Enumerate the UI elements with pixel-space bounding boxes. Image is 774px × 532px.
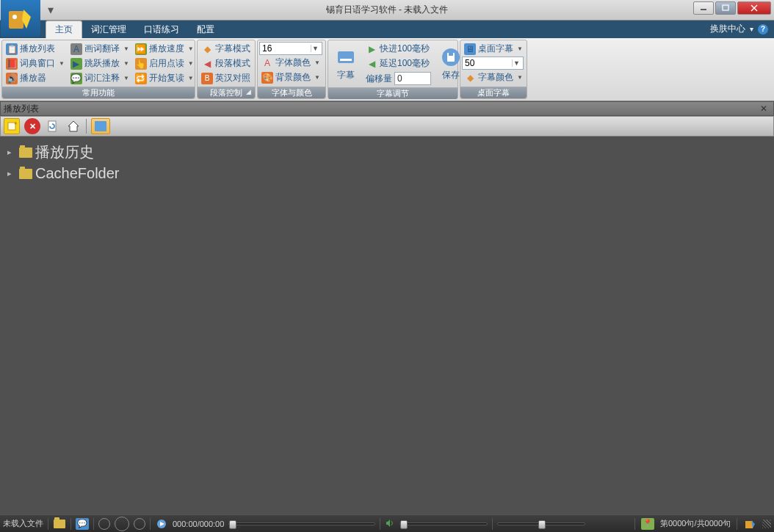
panel-title: 播放列表 (4, 103, 39, 115)
btn-jump-play[interactable]: ▶跳跃播放▼ (68, 57, 131, 70)
label: 保存 (442, 69, 460, 81)
label: 开始复读 (149, 72, 184, 84)
btn-dictionary[interactable]: 📕词典窗口▼ (4, 57, 67, 70)
group-label-desktop-sub: 桌面字幕 (460, 87, 527, 98)
panel-close-icon[interactable]: ✕ (760, 103, 770, 114)
tab-home[interactable]: 主页 (46, 21, 82, 38)
ribbon-group-subtitle-adjust: 字幕 ▶快进100毫秒 ◀延迟100毫秒 偏移量 保存 字幕调节 (328, 40, 458, 99)
svg-rect-10 (449, 53, 453, 56)
btn-delay-100ms[interactable]: ◀延迟100毫秒 (364, 57, 433, 70)
btn-player-label: 播放器 (20, 72, 46, 84)
help-icon[interactable]: ? (758, 24, 768, 34)
group-label-subtitle-adjust: 字幕调节 (328, 87, 457, 99)
progress-slider[interactable] (228, 522, 375, 525)
menu-right: 换肤中心 ▾ ? (710, 23, 768, 35)
tab-speaking[interactable]: 口语练习 (135, 21, 188, 38)
group-launcher-icon[interactable]: ◢ (244, 88, 253, 97)
toolbar-separator (86, 119, 87, 134)
speed-slider[interactable] (497, 522, 585, 525)
chevron-down-icon: ▼ (188, 75, 194, 81)
play-icon[interactable] (115, 517, 129, 531)
media-status-icon[interactable] (155, 518, 168, 530)
maximize-button[interactable] (715, 1, 736, 15)
refresh-button[interactable] (45, 118, 61, 134)
label: 字幕 (337, 69, 355, 81)
expand-icon[interactable]: ▸ (7, 147, 16, 157)
btn-vocab-note[interactable]: 💬词汇注释▼ (68, 71, 131, 85)
label: 字幕颜色 (478, 71, 513, 84)
chevron-down-icon: ▼ (123, 75, 129, 81)
tree-label: CacheFolder (35, 165, 120, 182)
marker-status-icon[interactable]: 📍 (641, 518, 654, 530)
minimize-button[interactable] (693, 1, 714, 15)
font-size-value: 16 (262, 43, 308, 54)
label: 跳跃播放 (84, 57, 120, 70)
new-item-button[interactable]: ✦ (4, 118, 20, 134)
folder-icon (19, 147, 32, 158)
btn-start-repeat[interactable]: 🔁开始复读▼ (133, 71, 196, 85)
chevron-down-icon: ▼ (188, 60, 194, 67)
chevron-down-icon: ▼ (59, 60, 65, 67)
ribbon-group-paragraph: ◆字幕模式 ◀段落模式 B英汉对照 段落控制◢ (197, 40, 256, 99)
chevron-down-icon: ▼ (517, 45, 523, 52)
btn-bilingual[interactable]: B英汉对照 (199, 71, 253, 85)
desktop-size-value: 50 (465, 58, 509, 68)
btn-subtitle-mode[interactable]: ◆字幕模式 (199, 42, 253, 56)
offset-input[interactable] (394, 72, 431, 85)
volume-icon[interactable] (385, 518, 395, 530)
separator (380, 518, 380, 530)
label: 背景颜色 (275, 71, 311, 84)
btn-font-color[interactable]: A字体颜色▼ (259, 56, 324, 70)
expand-icon[interactable]: ▸ (7, 169, 16, 178)
tree-item-cache[interactable]: ▸ CacheFolder (7, 164, 767, 183)
btn-player[interactable]: 🔊播放器 (4, 71, 67, 85)
btn-paragraph-mode[interactable]: ◀段落模式 (199, 57, 253, 70)
btn-enable-click-read[interactable]: 👆启用点读▼ (133, 57, 196, 70)
chevron-down-icon: ▼ (517, 74, 523, 81)
panel-toolbar: ✦ ✕ (0, 116, 774, 136)
btn-bg-color[interactable]: 🎨背景颜色▼ (259, 70, 324, 84)
btn-subtitle-color[interactable]: ◆字幕颜色▼ (462, 70, 525, 84)
font-size-combo[interactable]: 16▼ (259, 42, 322, 55)
btn-play-speed[interactable]: ⏩播放速度▼ (133, 42, 196, 56)
close-button[interactable] (737, 1, 771, 15)
skin-center-link[interactable]: 换肤中心 (710, 23, 745, 35)
tree-area: ▸ 播放历史 ▸ CacheFolder (0, 136, 774, 514)
volume-slider[interactable] (399, 522, 488, 525)
resize-grip[interactable] (762, 520, 771, 528)
btn-subtitle[interactable]: 字幕 (330, 42, 362, 86)
tab-vocabulary[interactable]: 词汇管理 (82, 21, 135, 38)
tree-item-history[interactable]: ▸ 播放历史 (7, 141, 767, 164)
btn-desktop-subtitle[interactable]: 🖥桌面字幕▼ (462, 42, 525, 56)
separator (492, 518, 493, 530)
label: 英汉对照 (215, 72, 250, 84)
app-mini-icon[interactable] (743, 518, 756, 530)
btn-word-translate[interactable]: A画词翻译▼ (68, 42, 131, 56)
folder-status-icon[interactable] (53, 518, 66, 530)
play-next-icon[interactable] (134, 518, 145, 530)
label: 段落模式 (215, 57, 250, 70)
status-right: 📍 第0000句/共0000句 (634, 518, 771, 530)
label: 字幕模式 (215, 43, 250, 55)
tab-config[interactable]: 配置 (188, 21, 223, 38)
desktop-size-combo[interactable]: 50▼ (462, 57, 524, 70)
home-button[interactable] (65, 118, 82, 134)
qat-dropdown-icon[interactable]: ▾ (44, 4, 57, 16)
label: 词汇注释 (84, 72, 120, 84)
btn-playlist[interactable]: 📋播放列表 (4, 42, 67, 56)
skin-dropdown-icon[interactable]: ▾ (750, 25, 753, 33)
offset-label: 偏移量 (366, 73, 392, 85)
chat-status-icon[interactable]: 💬 (76, 518, 89, 530)
app-logo (1, 0, 40, 37)
chevron-down-icon: ▼ (123, 60, 129, 67)
play-prev-icon[interactable] (98, 518, 110, 530)
title-bar: ▾ 锡育日语学习软件 - 未载入文件 (0, 0, 774, 21)
chevron-down-icon: ▼ (311, 45, 319, 52)
label: 快进100毫秒 (380, 43, 430, 55)
delete-button[interactable]: ✕ (24, 118, 40, 134)
view-toggle-button[interactable] (91, 118, 110, 134)
chevron-down-icon: ▼ (188, 45, 194, 52)
label: 桌面字幕 (478, 43, 513, 55)
btn-forward-100ms[interactable]: ▶快进100毫秒 (364, 42, 433, 56)
svg-rect-6 (338, 51, 354, 63)
